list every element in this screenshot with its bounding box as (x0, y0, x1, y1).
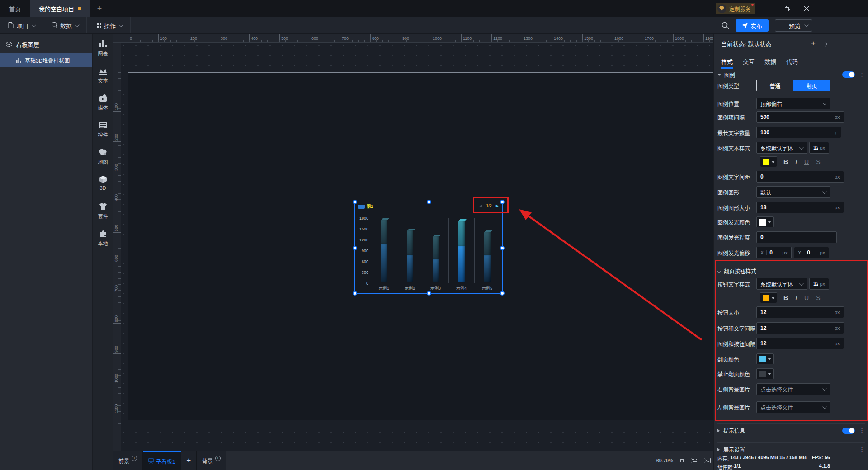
background-tab[interactable]: 背景 + (197, 451, 226, 470)
strip-item-6[interactable]: 3D (93, 175, 113, 191)
legend-item-gap-input[interactable]: px (756, 111, 844, 123)
page-color-picker[interactable] (756, 353, 774, 364)
legend-toggle[interactable] (842, 71, 855, 78)
section-tip-info[interactable]: 提示信息 ⋮ (717, 423, 865, 437)
italic-button[interactable]: I (795, 158, 797, 165)
tab-home[interactable]: 首页 (0, 0, 30, 17)
restore-button[interactable] (782, 3, 793, 14)
strip-item-7[interactable]: 套件 (93, 202, 113, 220)
resize-handle-n[interactable] (427, 200, 431, 204)
left-bg-image-select[interactable]: 点击选择文件 (756, 401, 830, 413)
btn-font-select[interactable]: 系统默认字体 (756, 278, 807, 290)
layer-item-selected[interactable]: 基础3D堆叠柱状图 (0, 53, 92, 67)
add-foreground-icon[interactable]: + (132, 456, 137, 461)
legend-type-normal[interactable]: 普通 (757, 80, 793, 91)
more-options-icon[interactable]: ⋮ (859, 427, 865, 434)
strip-item-1[interactable]: 图表 (93, 40, 113, 57)
add-tab-button[interactable]: + (90, 0, 108, 17)
resize-handle-nw[interactable] (353, 200, 357, 204)
right-bg-image-select[interactable]: 点击选择文件 (756, 383, 830, 395)
legend-type-paged[interactable]: 翻页 (793, 80, 830, 91)
minimize-button[interactable] (763, 3, 774, 14)
legend-font-size-value[interactable] (813, 145, 818, 151)
strikethrough-button[interactable]: S (816, 158, 820, 165)
section-display-settings[interactable]: 展示设置 ⋮ (717, 442, 865, 452)
more-options-icon[interactable]: ⋮ (859, 71, 865, 78)
strip-item-4[interactable]: 控件 (93, 121, 113, 138)
tip-info-toggle[interactable] (842, 428, 855, 434)
legend-font-select[interactable]: 系统默认字体 (756, 142, 807, 154)
legend-btn-gap-value[interactable] (760, 340, 833, 347)
max-text-count-value[interactable] (760, 129, 833, 136)
italic-button[interactable]: I (795, 294, 797, 301)
resize-handle-se[interactable] (500, 291, 505, 296)
add-background-icon[interactable]: + (215, 456, 221, 461)
add-board-button[interactable]: + (181, 451, 197, 470)
glow-offset-y-input[interactable]: Y px (794, 247, 829, 258)
tab-style[interactable]: 样式 (721, 53, 733, 69)
strikethrough-button[interactable]: S (816, 294, 820, 301)
resize-handle-s[interactable] (427, 291, 431, 296)
console-icon[interactable] (703, 457, 711, 464)
legend-text-gap-input[interactable]: px (756, 171, 844, 183)
legend-item-label[interactable]: 钢1 (367, 203, 373, 209)
glow-offset-x-input[interactable]: X px (756, 247, 792, 258)
btn-size-value[interactable] (760, 309, 833, 315)
legend-position-select[interactable]: 顶部偏右 (756, 98, 830, 109)
legend-btn-gap-input[interactable]: px (756, 338, 844, 349)
btn-size-input[interactable]: px (756, 306, 844, 318)
fit-screen-icon[interactable] (678, 457, 686, 464)
publish-button[interactable]: 发布 (736, 19, 769, 32)
legend-item-gap-value[interactable] (760, 114, 833, 120)
bold-button[interactable]: B (783, 158, 788, 165)
tab-code[interactable]: 代码 (786, 53, 798, 69)
foreground-tab[interactable]: 前景 + (113, 451, 143, 470)
menu-action[interactable]: 操作 (87, 17, 131, 33)
resize-handle-e[interactable] (500, 246, 505, 250)
btn-font-size-input[interactable]: px (809, 278, 829, 290)
legend-text-color-picker[interactable] (760, 156, 777, 167)
zoom-level[interactable]: 69.79% (656, 458, 673, 463)
tab-data[interactable]: 数据 (764, 53, 776, 69)
legend-shape-size-input[interactable]: px (756, 202, 844, 213)
subboard-tab[interactable]: 子看板1 (143, 451, 181, 470)
max-text-count-input[interactable]: ↑ (756, 127, 841, 138)
canvas[interactable]: 0100200300400500600700800900100011001200… (113, 34, 713, 470)
btn-font-size-value[interactable] (813, 281, 818, 287)
strip-item-5[interactable]: 地图 (93, 148, 113, 165)
btn-text-color-picker[interactable] (760, 292, 777, 303)
underline-button[interactable]: U (804, 158, 809, 165)
glow-offset-y-value[interactable] (807, 249, 818, 256)
legend-swatch[interactable] (358, 205, 365, 209)
section-page-button-header[interactable]: 翻页按钮样式 (717, 265, 865, 276)
legend-glow-level-input[interactable] (756, 231, 837, 243)
glow-offset-x-value[interactable] (769, 249, 780, 256)
strip-item-8[interactable]: 本地 (93, 230, 113, 247)
underline-button[interactable]: U (804, 294, 809, 301)
section-legend-header[interactable]: 图例 ⋮ (717, 69, 865, 80)
keyboard-icon[interactable] (690, 457, 698, 464)
strip-item-3[interactable]: 媒体 (93, 94, 113, 111)
close-button[interactable] (801, 3, 812, 14)
legend-shape-select[interactable]: 默认 (756, 186, 830, 198)
preview-button[interactable]: 预览 (775, 19, 812, 32)
legend-text-gap-value[interactable] (760, 174, 833, 180)
strip-item-2[interactable]: 文本 (93, 67, 113, 84)
legend-shape-size-value[interactable] (760, 204, 833, 211)
menu-project[interactable]: 项目 (0, 17, 43, 33)
search-icon[interactable] (722, 22, 729, 29)
tab-interaction[interactable]: 交互 (743, 53, 755, 69)
legend-font-size-input[interactable]: px (809, 142, 829, 154)
custom-service-badge[interactable]: 定制服务 (716, 3, 755, 14)
more-options-icon[interactable]: ⋮ (859, 446, 865, 452)
resize-handle-sw[interactable] (353, 291, 357, 296)
tab-project[interactable]: 我的空白项目 (30, 0, 90, 17)
disabled-page-color-picker[interactable] (756, 368, 774, 379)
selected-component-3d-stacked-bar[interactable]: 钢1 ◀ 1/2 ▶ 0300600900120015001800示例1示例2示… (354, 202, 503, 294)
legend-glow-color-picker[interactable] (756, 216, 774, 227)
add-state-button[interactable]: + (811, 39, 816, 48)
legend-glow-level-value[interactable] (760, 234, 833, 240)
chevron-right-icon[interactable] (824, 40, 827, 47)
resize-handle-w[interactable] (353, 246, 357, 250)
menu-data[interactable]: 数据 (43, 17, 87, 33)
